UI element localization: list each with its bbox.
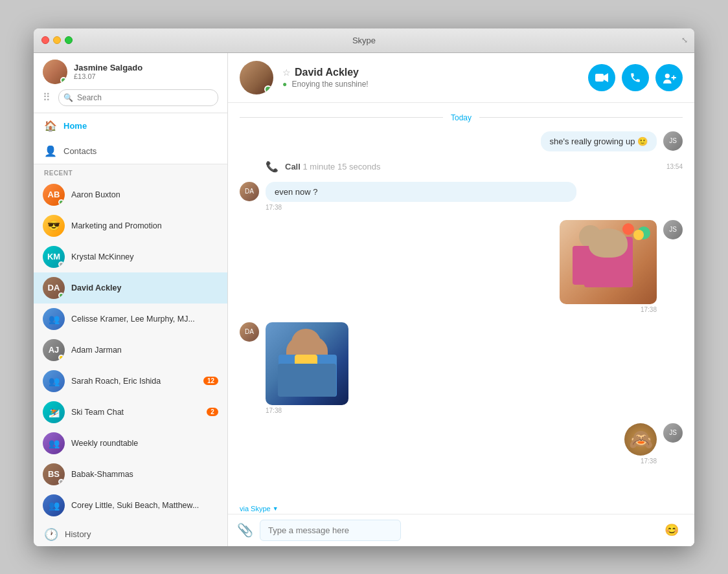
chat-header: ☆ David Ackley ● Enoying the sunshine!: [228, 53, 694, 103]
add-user-button[interactable]: [655, 64, 683, 91]
contact-name: Adam Jarman: [71, 346, 218, 355]
user-name: Jasmine Salgado: [74, 63, 218, 72]
contact-name: Babak-Shammas: [71, 470, 218, 479]
contact-item-weekly-roundtable[interactable]: 👥 Weekly roundtable: [34, 428, 227, 459]
grid-icon[interactable]: ⠿: [43, 91, 51, 104]
contact-item-babak[interactable]: BS Babak-Shammas: [34, 459, 227, 490]
msg-content: 17:38: [266, 322, 683, 414]
avatar-ski-team: ⛷️: [43, 401, 65, 423]
avatar-weekly-roundtable: 👥: [43, 432, 65, 454]
home-icon: 🏠: [44, 120, 57, 132]
received-avatar: DA: [240, 322, 259, 342]
app-window: Skype ⤡ Jasmine Salgado £13.07: [34, 28, 694, 546]
star-icon[interactable]: ☆: [282, 67, 291, 78]
call-text: Call 1 minute 15 seconds: [285, 162, 380, 171]
message-row-image-received: DA 17:38: [240, 322, 683, 414]
chat-info: ☆ David Ackley ● Enoying the sunshine!: [282, 67, 588, 89]
video-call-button[interactable]: [588, 64, 615, 91]
avatar-corey-group: 👥: [43, 494, 65, 516]
svg-marker-1: [604, 73, 608, 82]
chat-area: ☆ David Ackley ● Enoying the sunshine!: [228, 53, 694, 546]
via-arrow-icon: ▼: [273, 505, 279, 512]
received-image: [266, 322, 348, 405]
attach-button[interactable]: 📎: [237, 522, 253, 538]
svg-rect-0: [595, 74, 604, 82]
status-dot: [58, 355, 64, 360]
avatar-aaron-buxton: AB: [43, 184, 65, 206]
chat-actions: [588, 64, 683, 91]
search-input[interactable]: [58, 89, 218, 106]
status-dot: [58, 479, 64, 485]
contact-item-marketing[interactable]: 😎 Marketing and Promotion: [34, 210, 227, 241]
message-row: DA even now ? 17:38: [240, 182, 683, 211]
status-dot: [58, 261, 64, 267]
call-duration: 1 minute 15 seconds: [302, 162, 380, 171]
avatar-celisse-group: 👥: [43, 308, 65, 330]
chat-contact-name: David Ackley: [295, 67, 359, 78]
contact-item-adam-jarman[interactable]: AJ Adam Jarman: [34, 335, 227, 366]
message-input-row: 📎 😊: [228, 514, 694, 546]
msg-time: 17:38: [266, 204, 683, 211]
contact-item-david-ackley[interactable]: DA David Ackley: [34, 272, 227, 304]
call-label: Call: [285, 162, 302, 171]
history-item[interactable]: 🕐 History: [34, 521, 227, 546]
message-bubble: she's really growing up 🙂: [541, 131, 657, 151]
main-content: Jasmine Salgado £13.07 ⠿ 🔍 🏠 Home: [34, 53, 694, 546]
search-container: 🔍: [58, 89, 218, 106]
contact-name: Corey Little, Suki Beach, Matthew...: [71, 501, 218, 510]
user-online-status: [60, 77, 67, 83]
message-input[interactable]: [260, 520, 401, 541]
history-icon: 🕐: [44, 527, 58, 542]
contact-item-aaron-buxton[interactable]: AB Aaron Buxton: [34, 179, 227, 210]
close-button[interactable]: [41, 36, 49, 44]
sent-image: [560, 220, 657, 304]
contact-name: Sarah Roach, Eric Ishida: [71, 377, 197, 386]
call-time: 13:54: [666, 163, 683, 170]
avatar-krystal: KM: [43, 246, 65, 268]
msg-content: 🙈 17:38: [240, 423, 657, 465]
chat-name-row: ☆ David Ackley: [282, 67, 588, 78]
user-info: Jasmine Salgado £13.07: [74, 63, 218, 80]
contact-item-corey-group[interactable]: 👥 Corey Little, Suki Beach, Matthew...: [34, 490, 227, 521]
contact-name: Aaron Buxton: [71, 190, 218, 199]
window-title: Skype: [352, 36, 376, 45]
contact-name: Weekly roundtable: [71, 439, 218, 448]
date-divider: Today: [451, 113, 472, 122]
contact-name: Celisse Kramer, Lee Murphy, MJ...: [71, 315, 218, 324]
sidebar: Jasmine Salgado £13.07 ⠿ 🔍 🏠 Home: [34, 53, 228, 546]
maximize-button[interactable]: [65, 36, 73, 44]
contact-item-celisse-group[interactable]: 👥 Celisse Kramer, Lee Murphy, MJ...: [34, 304, 227, 335]
resize-icon[interactable]: ⤡: [681, 36, 688, 45]
chat-contact-avatar: [240, 61, 273, 94]
search-icon: 🔍: [63, 93, 73, 102]
contact-item-sarah-eric[interactable]: 👥 Sarah Roach, Eric Ishida 12: [34, 366, 227, 397]
chat-contact-status: ● Enoying the sunshine!: [282, 80, 588, 89]
contact-item-ski-team[interactable]: ⛷️ Ski Team Chat 2: [34, 397, 227, 428]
emoji-button[interactable]: 😊: [665, 523, 679, 537]
via-skype-label: via Skype ▼: [228, 502, 694, 514]
msg-time: 17:38: [641, 458, 657, 465]
audio-call-button[interactable]: [622, 64, 649, 91]
contact-name: Marketing and Promotion: [71, 221, 218, 230]
avatar-david-ackley: DA: [43, 277, 65, 299]
titlebar: Skype ⤡: [34, 28, 694, 53]
messages-area: Today JS she's really growing up 🙂 📞: [228, 103, 694, 502]
unread-badge: 12: [203, 377, 218, 385]
contact-item-krystal[interactable]: KM Krystal McKinney: [34, 241, 227, 272]
user-avatar: [43, 60, 67, 84]
contact-name: Krystal McKinney: [71, 252, 218, 261]
contact-name: Ski Team Chat: [71, 408, 200, 417]
contact-list: AB Aaron Buxton 😎 Marketing and Promotio…: [34, 179, 227, 546]
nav-home[interactable]: 🏠 Home: [34, 113, 227, 138]
search-bar-area: ⠿ 🔍: [43, 89, 218, 106]
avatar-marketing: 😎: [43, 215, 65, 237]
msg-time: 17:38: [641, 306, 657, 313]
minimize-button[interactable]: [53, 36, 61, 44]
chat-online-status: [264, 85, 272, 93]
avatar-babak: BS: [43, 463, 65, 485]
emoji-message: 🙈: [624, 423, 657, 456]
message-row-emoji: JS 🙈 17:38: [240, 423, 683, 465]
traffic-lights: [41, 36, 73, 44]
nav-contacts[interactable]: 👤 Contacts: [34, 138, 227, 164]
sent-avatar: JS: [663, 220, 683, 239]
